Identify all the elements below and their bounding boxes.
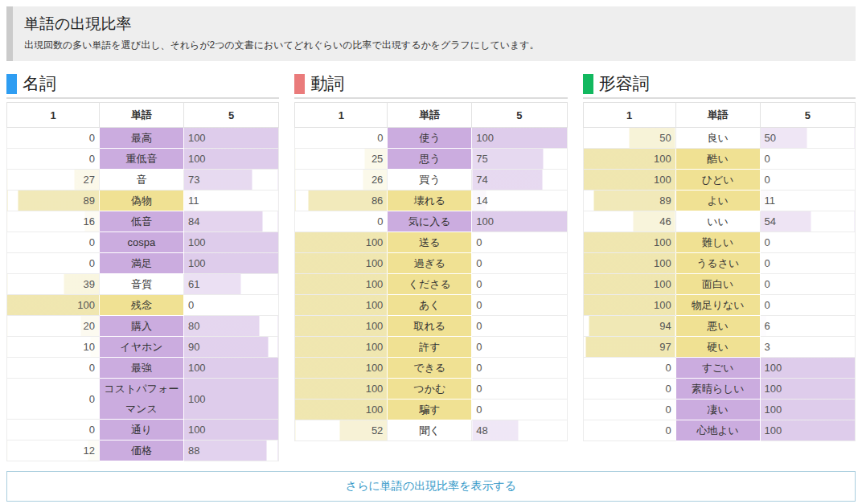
section-title: 動詞 bbox=[310, 72, 344, 95]
ratio-value-right: 100 bbox=[760, 379, 855, 400]
word-cell: コストパフォーマンス bbox=[100, 379, 184, 420]
table-row: 100送る0 bbox=[295, 232, 567, 253]
table-row: 100物足りない0 bbox=[583, 295, 855, 316]
word-cell: 面白い bbox=[675, 274, 760, 295]
col-header-right: 5 bbox=[183, 103, 278, 128]
word-cell: 最強 bbox=[100, 358, 184, 379]
table-row: 0通り100 bbox=[7, 420, 279, 440]
ratio-value-left: 27 bbox=[7, 170, 100, 191]
table-row: 26買う74 bbox=[295, 170, 567, 191]
ratio-value-right: 73 bbox=[183, 170, 278, 191]
table-row: 100つかむ0 bbox=[295, 379, 567, 400]
word-cell: よい bbox=[675, 191, 760, 211]
word-cell: 音 bbox=[100, 170, 184, 191]
ratio-value-right: 75 bbox=[472, 149, 567, 170]
ratio-value-left: 0 bbox=[7, 358, 100, 379]
word-cell: 重低音 bbox=[100, 149, 184, 170]
table-row: 86壊れる14 bbox=[295, 191, 567, 211]
table-row: 100残念0 bbox=[7, 295, 279, 316]
table-row: 0最強100 bbox=[7, 358, 279, 379]
word-cell: 許す bbox=[388, 337, 472, 358]
table-header-row: 1 単語 5 bbox=[583, 103, 855, 128]
ratio-value-right: 74 bbox=[472, 170, 567, 191]
table-header-row: 1 単語 5 bbox=[7, 103, 279, 128]
table-row: 100酷い0 bbox=[583, 149, 855, 170]
ratio-value-left: 0 bbox=[583, 379, 675, 400]
word-cell: 気に入る bbox=[388, 211, 472, 232]
col-header-right: 5 bbox=[760, 103, 855, 128]
ratio-value-left: 100 bbox=[583, 295, 675, 316]
table-row: 52聞く48 bbox=[295, 420, 567, 441]
table-row: 100許す0 bbox=[295, 337, 567, 358]
ratio-value-left: 0 bbox=[7, 420, 100, 440]
word-cell: 買う bbox=[388, 170, 472, 191]
ratio-value-right: 0 bbox=[472, 253, 567, 274]
table-row: 0最高100 bbox=[7, 128, 279, 149]
word-cell: 通り bbox=[100, 420, 184, 440]
ratio-value-left: 94 bbox=[583, 316, 675, 337]
ratio-value-right: 84 bbox=[183, 211, 278, 232]
table-row: 100難しい0 bbox=[583, 232, 855, 253]
ratio-value-right: 48 bbox=[472, 420, 567, 441]
ratio-value-left: 0 bbox=[295, 211, 388, 232]
ratio-value-left: 0 bbox=[7, 128, 100, 149]
ratio-value-right: 0 bbox=[760, 274, 855, 295]
word-cell: 過ぎる bbox=[388, 253, 472, 274]
table-row: 0重低音100 bbox=[7, 149, 279, 170]
ratio-value-right: 61 bbox=[183, 274, 278, 295]
table-row: 50良い50 bbox=[583, 128, 855, 149]
word-cell: くださる bbox=[388, 274, 472, 295]
table-row: 0凄い100 bbox=[583, 400, 855, 420]
table-row: 0満足100 bbox=[7, 253, 279, 274]
table-row: 100あく0 bbox=[295, 295, 567, 316]
ratio-value-left: 0 bbox=[7, 379, 100, 420]
word-cell: 価格 bbox=[100, 440, 184, 461]
ratio-value-left: 0 bbox=[583, 420, 675, 441]
ratio-value-left: 10 bbox=[7, 337, 100, 358]
word-cell: cospa bbox=[100, 232, 184, 253]
ratio-value-right: 50 bbox=[760, 128, 855, 149]
ratio-value-left: 52 bbox=[295, 420, 388, 441]
ratio-table: 1 単語 5 0使う10025思う7526買う7486壊れる140気に入る100… bbox=[294, 102, 567, 441]
word-cell: 満足 bbox=[100, 253, 184, 274]
ratio-value-right: 0 bbox=[472, 295, 567, 316]
ratio-value-left: 12 bbox=[7, 440, 100, 461]
table-row: 100うるさい0 bbox=[583, 253, 855, 274]
ratio-value-right: 100 bbox=[472, 211, 567, 232]
word-cell: あく bbox=[388, 295, 472, 316]
ratio-value-right: 11 bbox=[183, 191, 278, 211]
ratio-value-left: 20 bbox=[7, 316, 100, 337]
ratio-value-right: 0 bbox=[472, 400, 567, 420]
table-row: 100取れる0 bbox=[295, 316, 567, 337]
ratio-value-left: 100 bbox=[295, 232, 388, 253]
table-row: 20購入80 bbox=[7, 316, 279, 337]
ratio-value-right: 100 bbox=[183, 128, 278, 149]
word-cell: 偽物 bbox=[100, 191, 184, 211]
table-row: 100くださる0 bbox=[295, 274, 567, 295]
ratio-value-left: 50 bbox=[583, 128, 675, 149]
ratio-value-left: 100 bbox=[295, 358, 388, 379]
word-ratio-section-noun: 名詞 1 単語 5 0最高1000重低音10027音7389偽物1116低音84… bbox=[6, 72, 279, 461]
col-header-word: 単語 bbox=[675, 103, 760, 128]
ratio-table: 1 単語 5 50良い50100酷い0100ひどい089よい1146いい5410… bbox=[583, 102, 856, 441]
ratio-value-right: 100 bbox=[183, 358, 278, 379]
table-row: 100ひどい0 bbox=[583, 170, 855, 191]
ratio-value-right: 0 bbox=[760, 232, 855, 253]
ratio-value-left: 100 bbox=[583, 274, 675, 295]
ratio-value-right: 6 bbox=[760, 316, 855, 337]
word-cell: できる bbox=[388, 358, 472, 379]
table-row: 0気に入る100 bbox=[295, 211, 567, 232]
show-more-ratios-button[interactable]: さらに単語の出現比率を表示する bbox=[6, 471, 856, 502]
ratio-value-right: 0 bbox=[760, 149, 855, 170]
category-color-square-icon bbox=[6, 74, 17, 94]
ratio-value-left: 100 bbox=[583, 232, 675, 253]
word-cell: 良い bbox=[675, 128, 760, 149]
page-header: 単語の出現比率 出現回数の多い単語を選び出し、それらが2つの文書においてどれぐら… bbox=[6, 6, 856, 61]
word-cell: いい bbox=[675, 211, 760, 232]
ratio-value-right: 14 bbox=[472, 191, 567, 211]
col-header-word: 単語 bbox=[388, 103, 472, 128]
ratio-value-right: 100 bbox=[183, 379, 278, 420]
ratio-value-left: 100 bbox=[583, 170, 675, 191]
word-cell: 使う bbox=[388, 128, 472, 149]
ratio-value-left: 100 bbox=[295, 379, 388, 400]
